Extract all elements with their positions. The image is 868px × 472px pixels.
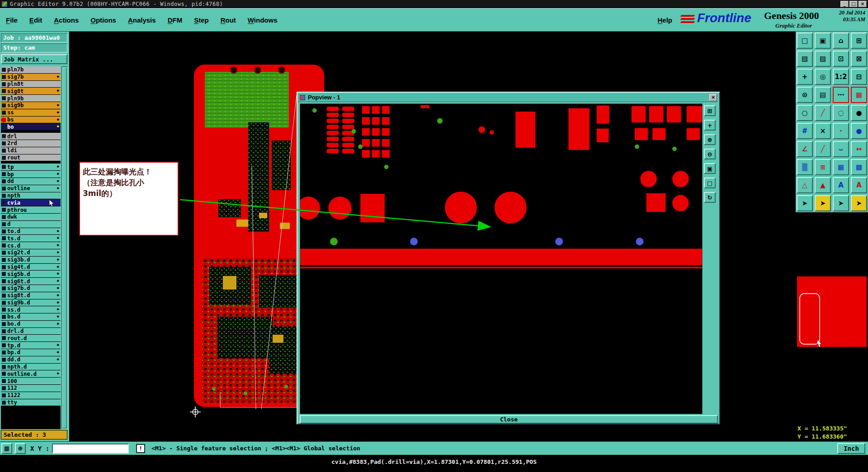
layer-row[interactable]: sig6t.d ◆ <box>1 278 61 285</box>
menu-item[interactable]: Rout <box>215 13 242 27</box>
angle-red-icon[interactable]: ∠ <box>797 141 813 157</box>
select-arrow-diag-icon[interactable]: ➤ <box>851 195 867 211</box>
layer-visibility-checkbox[interactable] <box>2 149 6 153</box>
fit-view-icon[interactable]: ▣ <box>704 163 716 174</box>
layer-row[interactable]: tty ◆ <box>1 399 61 407</box>
layer-visibility-checkbox[interactable] <box>2 187 6 191</box>
layer-visibility-checkbox[interactable] <box>2 322 6 326</box>
layer-visibility-checkbox[interactable] <box>2 336 6 340</box>
menu-item[interactable]: Analysis <box>122 13 162 27</box>
layer-visibility-checkbox[interactable] <box>2 372 6 376</box>
layer-visibility-checkbox[interactable] <box>2 89 6 93</box>
text-red-icon[interactable]: A <box>851 177 867 193</box>
menu-item[interactable]: DFM <box>162 13 189 27</box>
screen-view-icon[interactable]: ▣ <box>815 33 831 49</box>
menu-item[interactable]: Options <box>85 13 122 27</box>
grid-red-icon[interactable]: ▦ <box>851 87 867 103</box>
zoom-out-box-icon[interactable]: ⊠ <box>851 51 867 67</box>
layer-row[interactable]: bo ◆ <box>1 123 61 131</box>
xy-input[interactable] <box>52 444 129 453</box>
window-select-icon[interactable]: □ <box>704 178 716 188</box>
layer-row[interactable]: ss.d ◆ <box>1 306 61 313</box>
layer-row[interactable]: cvia ◆ <box>1 199 61 206</box>
layer-row[interactable]: pln7b ◆ <box>1 66 61 74</box>
layer-row[interactable]: bs ◆ <box>1 117 61 124</box>
layer-visibility-checkbox[interactable] <box>2 125 6 129</box>
layer-row[interactable]: bs.d ◆ <box>1 313 61 321</box>
layer-visibility-checkbox[interactable] <box>2 350 6 355</box>
layer-row[interactable]: 100 ◆ <box>1 378 61 385</box>
layer-visibility-checkbox[interactable] <box>2 315 6 319</box>
layer-row[interactable]: sig7b ◆ <box>1 74 61 81</box>
layer-row[interactable]: rout.d ◆ <box>1 335 61 342</box>
menu-help[interactable]: Help <box>651 13 678 27</box>
mesh-blue-icon[interactable]: ▩ <box>851 159 867 175</box>
layer-visibility-checkbox[interactable] <box>2 103 6 107</box>
menu-item[interactable]: Windows <box>242 13 283 27</box>
layer-visibility-checkbox[interactable] <box>2 329 6 333</box>
layer-visibility-checkbox[interactable] <box>2 201 6 205</box>
close-button[interactable]: × <box>859 1 867 7</box>
layer-row[interactable]: pln9b ◆ <box>1 95 61 102</box>
select-arrow-icon[interactable]: ➤ <box>797 195 813 211</box>
zoom-box-icon[interactable]: ⊡ <box>833 51 849 67</box>
layer-visibility-checkbox[interactable] <box>2 68 6 72</box>
layer-row[interactable]: sig8t ◆ <box>1 88 61 95</box>
menu-item[interactable]: Step <box>188 13 215 27</box>
unit-button[interactable]: Inch <box>837 443 865 454</box>
layer-visibility-checkbox[interactable] <box>2 379 6 383</box>
layer-row[interactable]: bo.d ◆ <box>1 321 61 328</box>
lines-red-icon[interactable]: ≡ <box>815 159 831 175</box>
layer-visibility-checkbox[interactable] <box>2 286 6 290</box>
layer-row[interactable]: bp.d ◆ <box>1 349 61 356</box>
layer-row[interactable]: sig7b.d ◆ <box>1 285 61 292</box>
layer-row[interactable]: drl ◆ <box>1 133 61 140</box>
layer-visibility-checkbox[interactable] <box>2 208 6 212</box>
layer-visibility-checkbox[interactable] <box>2 386 6 390</box>
layer-visibility-checkbox[interactable] <box>2 294 6 298</box>
refresh-icon[interactable]: ↻ <box>704 192 716 203</box>
overview-minimap[interactable] <box>797 276 867 347</box>
layer-row[interactable]: npth.d ◆ <box>1 364 61 371</box>
layer-row[interactable]: sig4t.d ◆ <box>1 264 61 271</box>
layer-visibility-checkbox[interactable] <box>2 165 6 169</box>
table-icon[interactable]: ▤ <box>815 87 831 103</box>
layer-row[interactable]: dwk ◆ <box>1 214 61 221</box>
layer-row[interactable]: ts.d ◆ <box>1 235 61 242</box>
triangle-red-icon[interactable]: ▲ <box>815 177 831 193</box>
collapse-view-icon[interactable]: ⊟ <box>851 69 867 85</box>
layer-row[interactable]: bp ◆ <box>1 171 61 178</box>
delete-x-icon[interactable]: × <box>815 123 831 139</box>
layer-visibility-checkbox[interactable] <box>2 308 6 312</box>
job-matrix-button[interactable]: Job Matrix ... <box>1 54 67 64</box>
target-view-icon[interactable]: ◎ <box>815 69 831 85</box>
layer-visibility-checkbox[interactable] <box>2 243 6 248</box>
corner-zoom-2-icon[interactable]: ▨ <box>815 51 831 67</box>
layer-row[interactable]: d ◆ <box>1 221 61 228</box>
pan-view-icon[interactable]: + <box>797 69 813 85</box>
layer-row[interactable]: sig3b.d ◆ <box>1 257 61 264</box>
dots-icon[interactable]: ⋯ <box>833 87 849 103</box>
layer-visibility-checkbox[interactable] <box>2 96 6 100</box>
layer-visibility-checkbox[interactable] <box>2 401 6 405</box>
blue-dot-icon[interactable]: ● <box>851 123 867 139</box>
origin-button[interactable]: ⊕ <box>15 443 26 454</box>
layer-row[interactable]: cs.d ◆ <box>1 242 61 249</box>
layer-visibility-checkbox[interactable] <box>2 251 6 255</box>
maximize-button[interactable]: □ <box>849 1 858 7</box>
popview-close-icon[interactable]: × <box>709 94 717 101</box>
layer-row[interactable]: to.d ◆ <box>1 228 61 235</box>
popview-title-bar[interactable]: Popview - 1 × <box>298 93 718 102</box>
layer-visibility-checkbox[interactable] <box>2 179 6 183</box>
layer-list-scrollbar[interactable] <box>61 66 68 429</box>
layer-row[interactable]: drl.d ◆ <box>1 328 61 335</box>
circle-tool-icon[interactable]: ○ <box>797 105 813 121</box>
popview-canvas[interactable] <box>300 103 703 414</box>
layer-visibility-checkbox[interactable] <box>2 82 6 86</box>
layer-row[interactable]: pthrou ◆ <box>1 206 61 214</box>
layer-visibility-checkbox[interactable] <box>2 156 6 160</box>
menu-item[interactable]: File <box>0 13 24 27</box>
layer-row[interactable]: sig5b.d ◆ <box>1 271 61 278</box>
text-blue-icon[interactable]: A <box>833 177 849 193</box>
zoom-out-icon[interactable]: ⊖ <box>704 149 716 159</box>
